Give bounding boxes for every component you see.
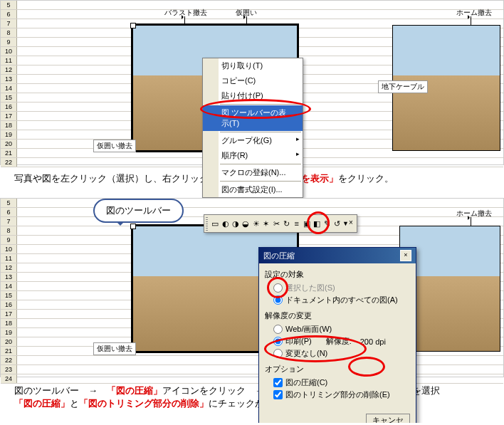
group-resolution: 解像度の変更: [265, 310, 410, 321]
check-delete-cropped[interactable]: [273, 390, 283, 399]
menu-paste[interactable]: 貼り付け(P): [203, 88, 303, 103]
check-compress[interactable]: [273, 378, 283, 387]
label-ballast: バラスト撤去: [164, 8, 207, 18]
radio-no-change[interactable]: [273, 349, 283, 358]
spreadsheet-view: 5678910111213141516171819202122 バラスト撤去 仮…: [0, 0, 504, 165]
menu-cut[interactable]: 切り取り(T): [203, 58, 303, 73]
spreadsheet-view-2: 56789101112131415161718192021222324 ホーム撤…: [0, 198, 504, 377]
close-icon[interactable]: ×: [349, 219, 355, 229]
line-style-icon[interactable]: ≡: [293, 216, 301, 231]
instruction-line-2: 図のツールバー → 「図の圧縮」アイコンをクリック → 「ドキュメント内のすべて…: [14, 384, 490, 410]
radio-selected-pictures[interactable]: [273, 283, 283, 293]
radio-print[interactable]: [273, 337, 283, 346]
reset-picture-icon[interactable]: ↺: [333, 216, 342, 231]
picture-toolbar: ▭ ◐ ◑ ◒ ☀ ✶ ✂ ↻ ≡ ▣ ◧ ✎ ↺ ▼ ×: [204, 214, 357, 233]
more-brightness-icon[interactable]: ☀: [251, 216, 260, 231]
label-home: ホーム撤去: [456, 209, 492, 219]
insert-picture-icon[interactable]: ▭: [211, 216, 219, 231]
less-contrast-icon[interactable]: ◒: [241, 216, 250, 231]
compress-pictures-dialog: 図の圧縮 × 設定の対象 選択した図(S) ドキュメント内のすべての図(A) 解…: [258, 247, 416, 423]
menu-assign-macro[interactable]: マクロの登録(N)...: [203, 165, 303, 180]
close-icon[interactable]: ×: [400, 250, 411, 261]
less-brightness-icon[interactable]: ✶: [262, 216, 271, 231]
compress-pictures-icon[interactable]: ▣: [303, 216, 311, 231]
menu-order[interactable]: 順序(R): [203, 148, 303, 163]
image-caption: 仮囲い撤去: [93, 342, 136, 355]
row-headers: 5678910111213141516171819202122: [1, 1, 17, 167]
toolbar-dropdown-icon[interactable]: ▼: [342, 220, 349, 227]
color-icon[interactable]: ◐: [221, 216, 230, 231]
rotate-icon[interactable]: ↻: [282, 216, 290, 231]
menu-show-picture-toolbar[interactable]: 図 ツールバーの表示(T): [203, 105, 303, 131]
group-apply-to: 設定の対象: [265, 269, 410, 280]
group-options: オプション: [265, 364, 410, 374]
menu-group[interactable]: グループ化(G): [203, 133, 303, 148]
cancel-button[interactable]: キャンセル: [366, 414, 410, 423]
menu-format-picture[interactable]: 図の書式設定(I)...: [203, 182, 303, 197]
radio-all-pictures[interactable]: [273, 295, 283, 305]
menu-copy[interactable]: コピー(C): [203, 73, 303, 88]
more-contrast-icon[interactable]: ◑: [231, 216, 240, 231]
radio-web-screen[interactable]: [273, 325, 283, 334]
callout-toolbar: 図のツールバー: [93, 199, 184, 223]
row-headers: 56789101112131415161718192021222324: [1, 199, 17, 384]
format-picture-icon[interactable]: ◧: [313, 216, 321, 231]
image-caption: 仮囲い撤去: [93, 140, 136, 152]
crop-icon[interactable]: ✂: [272, 216, 280, 231]
dialog-title: 図の圧縮: [263, 251, 295, 261]
toolbar-grip[interactable]: [206, 216, 208, 231]
image-caption-right: 地下ケーブル: [378, 80, 428, 93]
context-menu: 切り取り(T) コピー(C) 貼り付け(P) 図 ツールバーの表示(T) グルー…: [202, 58, 303, 198]
label-home: ホーム撤去: [456, 8, 492, 18]
set-transparent-icon[interactable]: ✎: [322, 216, 331, 231]
